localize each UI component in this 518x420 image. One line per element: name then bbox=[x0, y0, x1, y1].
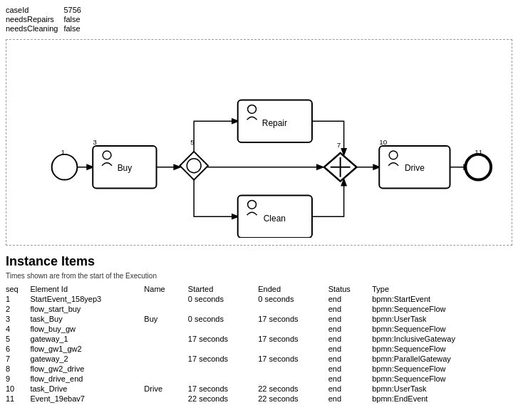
cell-started bbox=[188, 304, 258, 314]
cell-status: end bbox=[328, 374, 373, 384]
cell-started bbox=[188, 344, 258, 354]
cell-type: bpmn:SequenceFlow bbox=[372, 324, 512, 334]
cell-element-id: flow_buy_gw bbox=[30, 324, 144, 334]
cell-ended: 22 seconds bbox=[258, 394, 328, 404]
table-row: 1 StartEvent_158yep3 0 seconds 0 seconds… bbox=[6, 294, 512, 304]
table-row: 2 flow_start_buy end bpmn:SequenceFlow bbox=[6, 304, 512, 314]
needs-cleaning-value: false bbox=[63, 24, 86, 33]
cell-type: bpmn:SequenceFlow bbox=[372, 374, 512, 384]
bpmn-diagram: 1 3 Buy 5 Repair Clean 7 10 Drive bbox=[6, 39, 512, 246]
svg-text:1: 1 bbox=[61, 148, 66, 156]
svg-text:Buy: Buy bbox=[118, 163, 133, 173]
cell-status: end bbox=[328, 344, 373, 354]
case-id-label: caseId bbox=[6, 6, 63, 15]
cell-seq: 7 bbox=[6, 354, 30, 364]
table-row: 11 Event_19ebav7 22 seconds 22 seconds e… bbox=[6, 394, 512, 404]
svg-text:10: 10 bbox=[379, 138, 388, 146]
cell-element-id: flow_start_buy bbox=[30, 304, 144, 314]
case-info: caseId 5756 needsRepairs false needsClea… bbox=[6, 6, 512, 33]
cell-started bbox=[188, 364, 258, 374]
cell-seq: 9 bbox=[6, 374, 30, 384]
table-row: 8 flow_gw2_drive end bpmn:SequenceFlow bbox=[6, 364, 512, 374]
cell-started bbox=[188, 374, 258, 384]
cell-element-id: gateway_2 bbox=[30, 354, 144, 364]
cell-type: bpmn:SequenceFlow bbox=[372, 364, 512, 374]
svg-text:Drive: Drive bbox=[405, 163, 425, 173]
cell-name bbox=[144, 304, 188, 314]
header-seq: seq bbox=[6, 284, 30, 294]
cell-ended: 17 seconds bbox=[258, 354, 328, 364]
cell-status: end bbox=[328, 294, 373, 304]
cell-name bbox=[144, 344, 188, 354]
cell-name: Buy bbox=[144, 314, 188, 324]
cell-name bbox=[144, 324, 188, 334]
header-ended: Ended bbox=[258, 284, 328, 294]
cell-name bbox=[144, 374, 188, 384]
cell-status: end bbox=[328, 394, 373, 404]
table-row: 10 task_Drive Drive 17 seconds 22 second… bbox=[6, 384, 512, 394]
cell-seq: 5 bbox=[6, 334, 30, 344]
cell-element-id: task_Drive bbox=[30, 384, 144, 394]
cell-type: bpmn:EndEvent bbox=[372, 394, 512, 404]
table-row: 3 task_Buy Buy 0 seconds 17 seconds end … bbox=[6, 314, 512, 324]
cell-name bbox=[144, 294, 188, 304]
cell-started: 17 seconds bbox=[188, 334, 258, 344]
header-status: Status bbox=[328, 284, 373, 294]
cell-ended bbox=[258, 374, 328, 384]
cell-element-id: flow_gw1_gw2 bbox=[30, 344, 144, 354]
cell-type: bpmn:SequenceFlow bbox=[372, 344, 512, 354]
cell-type: bpmn:InclusiveGateway bbox=[372, 334, 512, 344]
instance-items-section: Instance Items Times shown are from the … bbox=[6, 254, 512, 404]
cell-status: end bbox=[328, 314, 373, 324]
cell-type: bpmn:SequenceFlow bbox=[372, 304, 512, 314]
cell-seq: 11 bbox=[6, 394, 30, 404]
header-type: Type bbox=[372, 284, 512, 294]
cell-seq: 1 bbox=[6, 294, 30, 304]
svg-text:Clean: Clean bbox=[264, 214, 286, 224]
table-row: 6 flow_gw1_gw2 end bpmn:SequenceFlow bbox=[6, 344, 512, 354]
cell-status: end bbox=[328, 364, 373, 374]
cell-seq: 10 bbox=[6, 384, 30, 394]
cell-ended: 17 seconds bbox=[258, 314, 328, 324]
instance-table: seq Element Id Name Started Ended Status… bbox=[6, 284, 512, 404]
cell-started: 0 seconds bbox=[188, 294, 258, 304]
cell-started bbox=[188, 324, 258, 334]
cell-element-id: gateway_1 bbox=[30, 334, 144, 344]
case-id-value: 5756 bbox=[63, 6, 86, 15]
cell-seq: 6 bbox=[6, 344, 30, 354]
cell-element-id: flow_drive_end bbox=[30, 374, 144, 384]
cell-element-id: flow_gw2_drive bbox=[30, 364, 144, 374]
cell-ended bbox=[258, 364, 328, 374]
cell-ended bbox=[258, 304, 328, 314]
svg-text:Repair: Repair bbox=[262, 118, 287, 128]
cell-name bbox=[144, 354, 188, 364]
cell-type: bpmn:UserTask bbox=[372, 314, 512, 324]
cell-seq: 4 bbox=[6, 324, 30, 334]
header-element-id: Element Id bbox=[30, 284, 144, 294]
cell-status: end bbox=[328, 334, 373, 344]
table-row: 4 flow_buy_gw end bpmn:SequenceFlow bbox=[6, 324, 512, 334]
table-row: 5 gateway_1 17 seconds 17 seconds end bp… bbox=[6, 334, 512, 344]
cell-ended bbox=[258, 344, 328, 354]
cell-name bbox=[144, 364, 188, 374]
svg-text:11: 11 bbox=[475, 148, 483, 156]
cell-seq: 8 bbox=[6, 364, 30, 374]
cell-ended: 0 seconds bbox=[258, 294, 328, 304]
cell-started: 17 seconds bbox=[188, 384, 258, 394]
svg-text:7: 7 bbox=[337, 141, 341, 149]
svg-text:3: 3 bbox=[93, 138, 97, 146]
table-row: 9 flow_drive_end end bpmn:SequenceFlow bbox=[6, 374, 512, 384]
needs-cleaning-label: needsCleaning bbox=[6, 24, 63, 33]
cell-element-id: Event_19ebav7 bbox=[30, 394, 144, 404]
cell-status: end bbox=[328, 354, 373, 364]
cell-started: 17 seconds bbox=[188, 354, 258, 364]
cell-status: end bbox=[328, 304, 373, 314]
needs-repairs-label: needsRepairs bbox=[6, 15, 63, 24]
cell-started: 22 seconds bbox=[188, 394, 258, 404]
cell-name bbox=[144, 334, 188, 344]
svg-text:5: 5 bbox=[190, 138, 195, 146]
cell-element-id: task_Buy bbox=[30, 314, 144, 324]
times-note: Times shown are from the start of the Ex… bbox=[6, 272, 512, 280]
svg-point-28 bbox=[465, 154, 491, 180]
cell-seq: 2 bbox=[6, 304, 30, 314]
